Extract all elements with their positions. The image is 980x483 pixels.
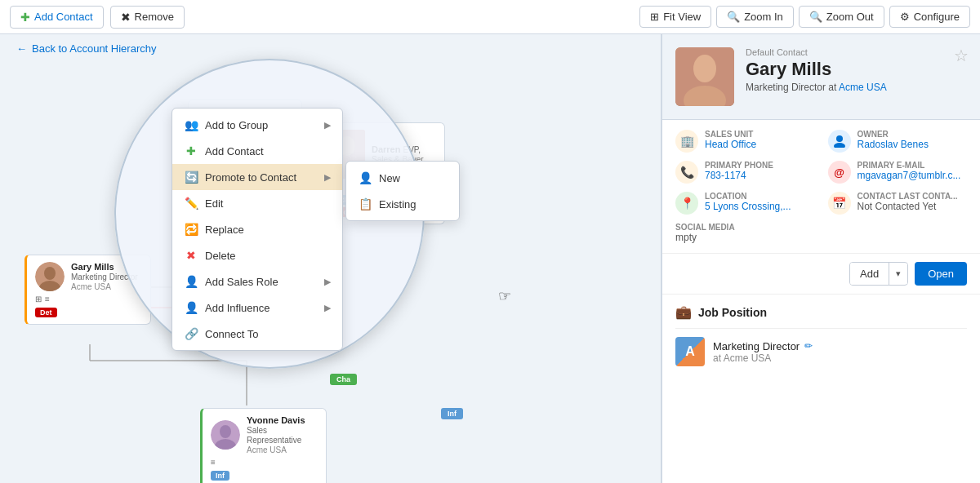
gary-list-icon: ⊞ [35,295,42,304]
context-menu: 👥 Add to Group ▶ ✚ Add Contact 🔄 Promote… [172,108,343,351]
influence-icon: 👤 [184,301,198,314]
job-edit-icon[interactable]: ✏ [804,340,813,352]
menu-item-replace[interactable]: 🔁 Replace [172,216,342,242]
detail-sales-unit: 🏢 SALES UNIT Head Office [675,130,815,153]
last-contact-content: CONTACT LAST CONTA... Not Contacted Yet [858,192,958,212]
cursor: ☞ [498,287,511,305]
svg-point-19 [693,55,716,82]
contact-header-info: Default Contact Gary Mills Marketing Dir… [746,47,967,93]
back-link[interactable]: ← Back to Account Hierarchy [0,34,661,63]
node-yvonne[interactable]: Yvonne Davis Sales Representative Acme U… [200,408,327,483]
detail-social-media: SOCIAL MEDIA mpty [675,223,815,243]
add-button-label: Add [850,263,889,285]
detail-email: @ PRIMARY E-MAIL mgavagan7@tumblr.c... [828,161,968,184]
sales-unit-icon: 🏢 [675,130,698,153]
plus-icon: ✚ [20,11,30,24]
svg-point-22 [834,143,845,148]
menu-item-add-to-group[interactable]: 👥 Add to Group ▶ [172,112,342,138]
new-icon: 👤 [358,171,372,184]
submenu-new[interactable]: 👤 New [346,165,459,191]
remove-button[interactable]: ✖ Remove [110,6,185,29]
phone-content: PRIMARY PHONE 783-1174 [705,161,773,181]
owner-icon [828,130,851,153]
job-company: at Acme USA [713,352,813,364]
fit-view-icon: ⊞ [650,11,659,23]
arrow-icon-promote: ▶ [324,172,331,183]
open-button[interactable]: Open [915,262,967,286]
contact-actions: Add ▾ Open [662,253,980,294]
contact-company-link[interactable]: Acme USA [839,82,887,93]
menu-item-add-sales-role[interactable]: 👤 Add Sales Role ▶ [172,268,342,295]
zoom-out-icon: 🔍 [809,11,822,23]
existing-icon: 📋 [358,197,372,210]
inf-badge-2: Inf [441,408,463,419]
yvonne-content: Yvonne Davis Sales Representative Acme U… [211,415,318,454]
job-position-section: 💼 Job Position A Marketing Director ✏ at… [662,294,980,376]
gary-icons: ⊞ ≡ [35,295,50,304]
yvonne-avatar [211,420,240,450]
arrow-icon-sales: ▶ [324,277,331,287]
add-contact-button[interactable]: ✚ Add Contact [10,6,104,29]
right-panel: Default Contact Gary Mills Marketing Dir… [662,34,980,483]
zoom-out-button[interactable]: 🔍 Zoom Out [799,6,884,28]
toolbar-right: ⊞ Fit View 🔍 Zoom In 🔍 Zoom Out ⚙ Config… [639,6,970,28]
location-icon: 📍 [675,192,698,215]
det-badge: Det [35,308,57,317]
yvonne-menu-icon: ≡ [211,458,216,467]
detail-owner: OWNER Radoslav Benes [828,130,968,153]
menu-item-promote[interactable]: 🔄 Promote to Contact ▶ 👤 New 📋 Existing [172,164,342,190]
gary-menu-icon: ≡ [45,295,50,304]
menu-item-delete[interactable]: ✖ Delete [172,242,342,268]
promote-submenu: 👤 New 📋 Existing [345,161,460,221]
zoom-in-icon: 🔍 [727,11,740,23]
connect-icon: 🔗 [184,327,198,340]
submenu-existing[interactable]: 📋 Existing [346,191,459,217]
briefcase-icon: 💼 [675,304,692,320]
arrow-icon-group: ▶ [324,120,331,131]
gary-avatar [35,262,65,291]
owner-content: OWNER Radoslav Benes [858,130,929,150]
context-menu-overlay: 👥 Add to Group ▶ ✚ Add Contact 🔄 Promote… [131,83,302,326]
contact-header: Default Contact Gary Mills Marketing Dir… [662,34,980,120]
social-media-content: SOCIAL MEDIA mpty [675,223,735,243]
gary-badges: Det [35,308,57,317]
add-contact-icon: ✚ [184,144,198,157]
contact-photo [675,47,734,106]
svg-point-16 [220,425,231,438]
contact-name: Gary Mills [746,59,967,80]
job-position-header: 💼 Job Position [675,304,967,320]
contact-details: 🏢 SALES UNIT Head Office OWNER Radoslav … [662,120,980,253]
configure-button[interactable]: ⚙ Configure [889,6,970,28]
svg-point-10 [44,267,56,280]
add-to-group-icon: 👥 [184,118,198,131]
last-contact-icon: 📅 [828,192,851,215]
contact-title: Marketing Director at Acme USA [746,82,967,93]
back-arrow-icon: ← [16,42,27,55]
add-dropdown[interactable]: Add ▾ [849,262,908,286]
edit-icon: ✏️ [184,197,198,210]
sales-role-icon: 👤 [184,275,198,288]
job-company-logo: A [675,337,705,366]
toolbar: ✚ Add Contact ✖ Remove ⊞ Fit View 🔍 Zoom… [0,0,980,34]
promote-icon: 🔄 [184,171,198,184]
cha-badge-node: Cha [330,374,357,385]
job-position-title: Job Position [698,306,767,319]
location-content: LOCATION 5 Lyons Crossing,... [705,192,791,212]
fit-view-button[interactable]: ⊞ Fit View [639,6,711,28]
default-contact-label: Default Contact [746,47,967,57]
detail-location: 📍 LOCATION 5 Lyons Crossing,... [675,192,815,215]
yvonne-icons: ≡ [211,458,216,467]
remove-icon: ✖ [121,11,131,24]
main-area: ← Back to Account Hierarchy A Acme USA L… [0,34,980,483]
svg-point-21 [836,135,843,142]
favorite-star-icon[interactable]: ☆ [954,46,969,65]
menu-item-connect-to[interactable]: 🔗 Connect To [172,321,342,347]
menu-item-add-influence[interactable]: 👤 Add Influence ▶ [172,295,342,321]
detail-last-contact: 📅 CONTACT LAST CONTA... Not Contacted Ye… [828,192,968,215]
detail-phone: 📞 PRIMARY PHONE 783-1174 [675,161,815,184]
sales-unit-content: SALES UNIT Head Office [705,130,756,150]
menu-item-edit[interactable]: ✏️ Edit [172,190,342,216]
zoom-in-button[interactable]: 🔍 Zoom In [716,6,794,28]
menu-item-add-contact[interactable]: ✚ Add Contact [172,138,342,164]
dropdown-arrow-icon[interactable]: ▾ [889,264,907,284]
